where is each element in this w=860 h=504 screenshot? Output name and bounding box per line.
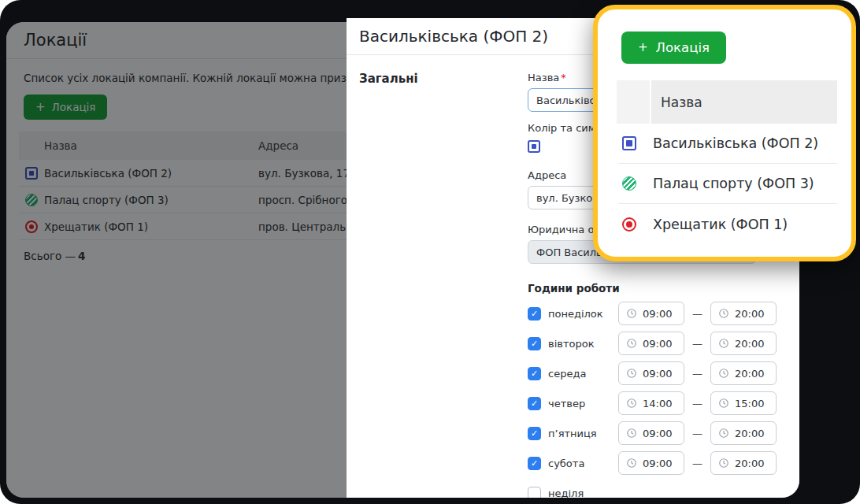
working-hours-row: ✓ субота 09:00 — xyxy=(528,451,788,475)
clock-icon xyxy=(718,338,729,349)
check-icon: ✓ xyxy=(531,429,538,438)
time-to-input[interactable]: 20:00 xyxy=(710,451,777,475)
clock-icon xyxy=(718,368,729,379)
plus-icon: + xyxy=(638,42,648,54)
working-hours-row: ✓ середа 09:00 — xyxy=(528,361,788,385)
time-from-input[interactable]: 09:00 xyxy=(618,451,684,475)
callout-table-row[interactable]: Палац спорту (ФОП 3) xyxy=(618,164,837,204)
clock-icon xyxy=(626,368,637,379)
time-range-separator: — xyxy=(692,458,702,469)
time-from-input[interactable]: 09:00 xyxy=(618,302,684,325)
callout-table-row[interactable]: Хрещатик (ФОП 1) xyxy=(618,204,837,244)
clock-icon xyxy=(718,398,729,409)
section-label-general: Загальні xyxy=(359,69,528,498)
clock-icon xyxy=(718,458,729,469)
time-to-input[interactable]: 20:00 xyxy=(710,332,777,355)
time-range-separator: — xyxy=(692,308,702,320)
time-from-value: 09:00 xyxy=(643,428,672,439)
clock-icon xyxy=(718,308,729,319)
callout-location-name: Палац спорту (ФОП 3) xyxy=(653,176,814,191)
symbol-picker[interactable] xyxy=(528,140,540,156)
app-frame: Локації Список усіх локацій компанії. Ко… xyxy=(0,0,860,504)
time-from-input[interactable]: 09:00 xyxy=(618,421,684,445)
time-from-input[interactable]: 09:00 xyxy=(618,361,684,385)
time-to-value: 15:00 xyxy=(735,398,764,410)
callout-symbol-column-header xyxy=(617,80,650,124)
callout-location-name: Васильківська (ФОП 2) xyxy=(653,135,818,151)
day-label: субота xyxy=(548,458,618,469)
day-checkbox[interactable]: ✓ xyxy=(528,427,541,440)
working-hours-row: ✓ п’ятниця 09:00 — xyxy=(528,421,788,445)
day-label: четвер xyxy=(548,398,618,410)
time-to-input[interactable]: 20:00 xyxy=(710,421,777,445)
location-symbol-icon xyxy=(622,176,636,191)
highlight-callout: + Локація Назва Васильківська (ФОП 2) xyxy=(593,5,856,261)
time-to-value: 20:00 xyxy=(735,338,764,350)
day-label: середа xyxy=(548,368,618,380)
required-asterisk: * xyxy=(561,72,566,83)
working-hours-row: ✓ вівторок 09:00 — xyxy=(528,332,788,355)
time-range-separator: — xyxy=(692,368,702,380)
check-icon: ✓ xyxy=(531,309,538,318)
time-from-value: 14:00 xyxy=(643,398,672,410)
day-label: понеділок xyxy=(548,308,618,320)
time-from-value: 09:00 xyxy=(643,368,672,380)
time-to-value: 20:00 xyxy=(735,308,764,320)
clock-icon xyxy=(626,308,637,319)
time-range-separator: — xyxy=(692,428,702,439)
time-to-value: 20:00 xyxy=(735,368,764,380)
selected-symbol-icon xyxy=(528,140,540,153)
time-to-value: 20:00 xyxy=(735,458,764,469)
day-checkbox[interactable]: ✓ xyxy=(528,307,541,321)
time-to-input[interactable]: 20:00 xyxy=(710,302,777,325)
check-icon: ✓ xyxy=(531,369,538,378)
clock-icon xyxy=(626,398,637,409)
day-label: п’ятниця xyxy=(548,428,618,439)
working-hours-row: ✓ неділя — xyxy=(528,481,788,498)
check-icon: ✓ xyxy=(531,339,538,348)
time-from-input[interactable]: 09:00 xyxy=(618,332,684,355)
check-icon: ✓ xyxy=(531,399,538,408)
callout-table-header: Назва xyxy=(617,80,837,124)
callout-location-name: Хрещатик (ФОП 1) xyxy=(653,217,788,232)
time-from-value: 09:00 xyxy=(643,338,672,350)
callout-locations-table: Назва Васильківська (ФОП 2) xyxy=(618,80,837,244)
check-icon: ✓ xyxy=(531,459,538,468)
time-range-separator: — xyxy=(692,398,702,410)
callout-add-location-label: Локація xyxy=(656,40,710,55)
callout-name-column-header: Назва xyxy=(651,80,837,124)
clock-icon xyxy=(718,428,729,439)
time-to-input[interactable]: 20:00 xyxy=(710,361,777,385)
working-hours-label: Години роботи xyxy=(528,282,788,295)
day-checkbox[interactable]: ✓ xyxy=(528,367,541,380)
time-from-value: 09:00 xyxy=(643,458,672,469)
working-hours-row: ✓ понеділок 09:00 — xyxy=(528,302,788,325)
time-from-input[interactable]: 14:00 xyxy=(618,391,684,415)
clock-icon xyxy=(626,338,637,349)
clock-icon xyxy=(626,428,637,439)
working-hours-row: ✓ четвер 14:00 — xyxy=(528,391,788,415)
day-checkbox[interactable]: ✓ xyxy=(528,487,541,498)
location-symbol-icon xyxy=(622,217,636,232)
day-checkbox[interactable]: ✓ xyxy=(528,457,541,470)
day-checkbox[interactable]: ✓ xyxy=(528,337,541,350)
callout-table-row[interactable]: Васильківська (ФОП 2) xyxy=(618,124,837,164)
location-symbol-icon xyxy=(622,136,636,150)
callout-add-location-button[interactable]: + Локація xyxy=(621,32,726,64)
time-from-value: 09:00 xyxy=(643,308,672,320)
time-to-input[interactable]: 15:00 xyxy=(710,391,777,415)
clock-icon xyxy=(626,458,637,469)
day-label: неділя xyxy=(548,487,618,498)
time-to-value: 20:00 xyxy=(735,428,764,439)
day-checkbox[interactable]: ✓ xyxy=(528,397,541,410)
day-label: вівторок xyxy=(548,338,618,350)
time-range-separator: — xyxy=(692,338,702,350)
